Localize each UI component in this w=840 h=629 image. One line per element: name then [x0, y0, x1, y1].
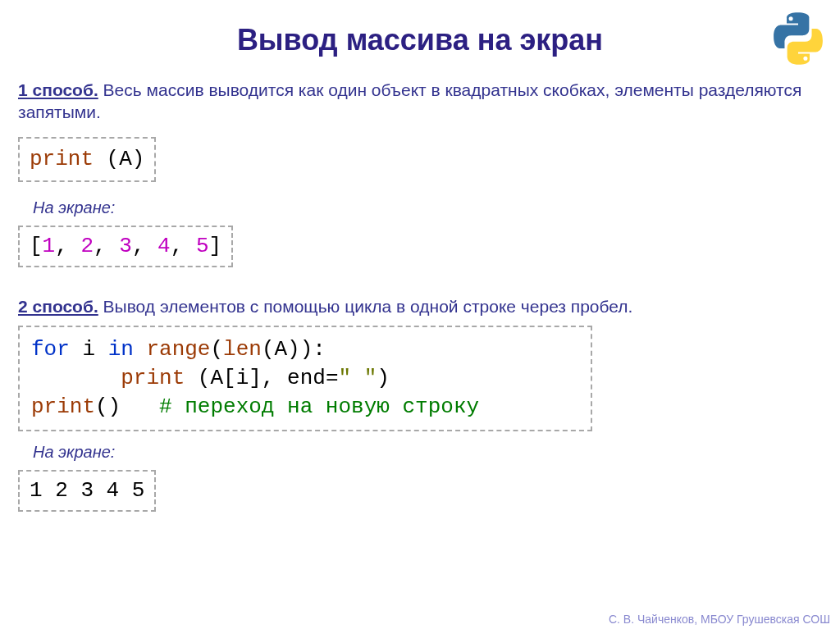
out-v1: 1 [43, 234, 56, 258]
paren2c: ) [377, 366, 390, 390]
out-c2: , [94, 234, 119, 258]
method-1-label: 1 способ. [18, 80, 98, 99]
code-fn-print: print [30, 147, 94, 171]
code-line-2: print (A[i], end=" ") [31, 364, 579, 393]
screen-label-2: На экране: [33, 443, 822, 462]
paren2: ( [185, 366, 210, 390]
bracket-open: [ [30, 234, 43, 258]
page-title: Вывод массива на экран [0, 0, 840, 67]
out-v2: 2 [80, 234, 94, 258]
comment: # переход на новую строку [159, 394, 479, 419]
fn-len: len [223, 337, 262, 362]
method-2-text: Вывод элементов с помощью цикла в одной … [98, 297, 633, 316]
kw-for: for [31, 337, 70, 362]
arg-ai: A[i], end= [210, 366, 338, 390]
fn-range: range [146, 337, 210, 362]
screen-label-1: На экране: [33, 198, 822, 217]
code-block-2: for i in range(len(A)): print (A[i], end… [18, 326, 592, 431]
var-i: i [70, 337, 108, 362]
indent [31, 366, 121, 390]
output-2-text: 1 2 3 4 5 [30, 478, 144, 503]
fn-print-2: print [121, 366, 185, 390]
call-empty: () [95, 394, 159, 419]
fn-print-3: print [31, 394, 95, 419]
method-1-paragraph: 1 способ. Весь массив выводится как один… [18, 79, 822, 124]
arg-a: (A)): [262, 337, 326, 362]
python-logo-icon [769, 10, 827, 67]
code-line-1: for i in range(len(A)): [31, 335, 579, 364]
footer-credit: С. В. Чайченков, МБОУ Грушевская СОШ [609, 613, 830, 626]
content-area: 1 способ. Весь массив выводится как один… [0, 79, 840, 517]
method-1-text: Весь массив выводится как один объект в … [18, 80, 801, 121]
bracket-close: ] [209, 234, 222, 258]
str-space: " " [338, 366, 377, 390]
code-block-1: print (A) [18, 137, 156, 182]
code-line-3: print() # переход на новую строку [31, 393, 579, 422]
code-paren-close: ) [132, 147, 145, 171]
out-c1: , [55, 234, 80, 258]
out-c4: , [171, 234, 196, 258]
paren1: ( [210, 337, 223, 362]
code-paren-open: ( [94, 147, 119, 171]
out-v5: 5 [196, 234, 209, 258]
method-2-paragraph: 2 способ. Вывод элементов с помощью цикл… [18, 295, 822, 317]
out-v4: 4 [158, 234, 171, 258]
kw-in: in [108, 337, 134, 362]
method-2-label: 2 способ. [18, 297, 98, 316]
output-block-1: [1, 2, 3, 4, 5] [18, 226, 233, 267]
sp1 [134, 337, 147, 362]
output-block-2: 1 2 3 4 5 [18, 470, 156, 512]
code-arg: A [119, 147, 132, 171]
out-v3: 3 [119, 234, 132, 258]
out-c3: , [132, 234, 158, 258]
